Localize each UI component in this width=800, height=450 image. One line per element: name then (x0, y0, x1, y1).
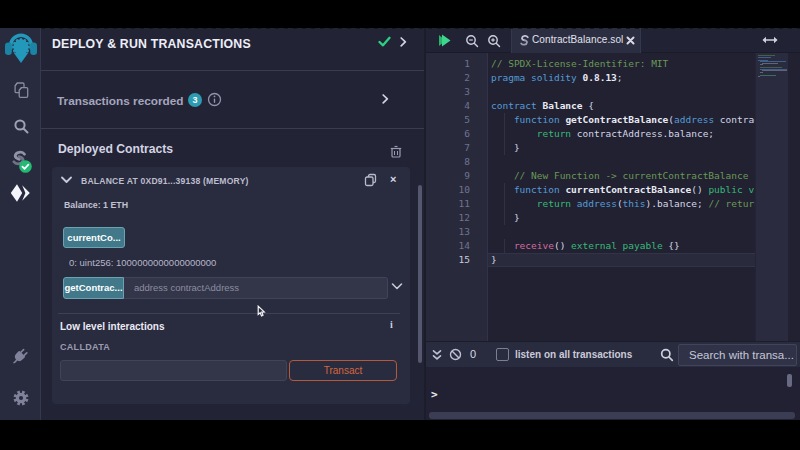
search-icon[interactable] (0, 117, 41, 135)
listen-checkbox[interactable] (496, 348, 509, 361)
line-number: 15 (424, 253, 470, 267)
transactions-count-badge: 3 (188, 93, 202, 107)
code-line[interactable]: return address(this).balance; // returns… (491, 197, 781, 211)
line-number: 6 (424, 127, 470, 141)
zoom-in-icon[interactable] (487, 34, 501, 48)
panel-editor-divider (424, 28, 426, 420)
listen-count: 0 (470, 348, 476, 360)
minimap[interactable] (755, 53, 788, 341)
minimap-marks (758, 55, 788, 81)
contract-title[interactable]: BALANCE AT 0XD91...39138 (MEMORY) (81, 176, 249, 186)
code-line[interactable]: contract Balance { (491, 99, 781, 113)
deployed-contract-card: BALANCE AT 0XD91...39138 (MEMORY) × Bala… (52, 167, 410, 404)
editor-tab[interactable]: ContractBalance.sol (511, 28, 641, 53)
code-line[interactable]: function getContractBalance(address cont… (491, 113, 781, 127)
code-line[interactable]: } (491, 253, 781, 267)
minimap-mark (762, 70, 787, 71)
terminal-search-input[interactable]: Search with transa... (678, 344, 797, 366)
panel-scrollbar[interactable] (418, 185, 422, 363)
double-chevron-down-icon[interactable] (432, 349, 442, 361)
minimap-mark (760, 72, 763, 73)
code-line[interactable] (491, 85, 781, 99)
terminal-search-icon (660, 348, 674, 362)
line-number: 8 (424, 155, 470, 169)
icon-rail (0, 28, 41, 420)
terminal-vscrollbar[interactable] (787, 374, 792, 387)
editor-toolbar: ContractBalance.sol (424, 28, 800, 53)
line-number: 3 (424, 85, 470, 99)
low-level-title: Low level interactions (60, 321, 164, 332)
trash-icon[interactable] (390, 145, 402, 158)
code-line[interactable]: // SPDX-License-Identifier: MIT (491, 57, 781, 71)
current-contract-balance-button[interactable]: currentCo... (63, 227, 125, 248)
calldata-label: CALLDATA (60, 342, 110, 352)
line-number: 13 (424, 225, 470, 239)
terminal-hscrollbar[interactable] (429, 412, 795, 419)
panel-title: DEPLOY & RUN TRANSACTIONS (52, 37, 251, 51)
editor-area: ContractBalance.sol 12345678910111213141… (424, 28, 800, 420)
line-number: 9 (424, 169, 470, 183)
code-line[interactable]: function currentContractBalance() public… (491, 183, 781, 197)
code-line[interactable] (491, 225, 781, 239)
transactions-chevron-right-icon[interactable] (382, 94, 389, 104)
code-line[interactable]: return contractAddress.balance; (491, 127, 781, 141)
address-input[interactable]: address contractAddress (124, 277, 388, 299)
expand-horizontal-icon[interactable] (761, 35, 779, 45)
divider (58, 313, 400, 314)
info-circle-icon[interactable] (207, 92, 222, 107)
solidity-compiler-icon[interactable] (0, 150, 41, 174)
terminal-toolbar: 0 listen on all transactions Search with… (424, 341, 800, 367)
divider (41, 70, 424, 71)
low-level-info-icon[interactable]: i (390, 319, 393, 330)
screen: DEPLOY & RUN TRANSACTIONS Transactions r… (0, 0, 800, 450)
solidity-file-icon (519, 34, 530, 47)
settings-gear-icon[interactable] (0, 390, 41, 406)
terminal-prompt: > (431, 388, 438, 401)
transact-button[interactable]: Transact (289, 360, 397, 381)
minimap-mark (760, 64, 763, 65)
run-script-icon[interactable] (437, 33, 454, 48)
code-line[interactable]: pragma solidity 0.8.13; (491, 71, 781, 85)
card-chevron-down-icon[interactable] (61, 176, 72, 184)
code-line[interactable] (491, 155, 781, 169)
divider (41, 128, 424, 129)
minimap-mark (758, 57, 771, 58)
line-number: 14 (424, 239, 470, 253)
minimap-mark (758, 76, 760, 77)
mouse-cursor (257, 305, 267, 318)
line-number: 7 (424, 141, 470, 155)
minimap-mark (760, 75, 776, 76)
line-number: 10 (424, 183, 470, 197)
deployed-contracts-label: Deployed Contracts (58, 142, 173, 156)
file-explorer-icon[interactable] (0, 82, 41, 99)
code-line[interactable]: receive() external payable {} (491, 239, 781, 253)
deploy-run-icon[interactable] (0, 183, 41, 203)
remix-logo-icon[interactable] (0, 31, 41, 65)
deploy-run-panel: DEPLOY & RUN TRANSACTIONS Transactions r… (41, 28, 424, 420)
listen-label[interactable]: listen on all transactions (515, 349, 632, 360)
copy-icon[interactable] (364, 173, 377, 187)
code-line[interactable]: // New Function -> currentContractBalanc… (491, 169, 781, 183)
line-number: 2 (424, 71, 470, 85)
code-line[interactable]: } (491, 211, 781, 225)
panel-check-icon (378, 36, 391, 47)
tab-close-icon[interactable] (626, 36, 635, 45)
code-content[interactable]: // SPDX-License-Identifier: MITpragma so… (491, 57, 781, 267)
input-chevron-down-icon[interactable] (391, 282, 403, 291)
line-number: 5 (424, 113, 470, 127)
line-numbers: 123456789101112131415 (424, 57, 470, 267)
get-contract-balance-button[interactable]: getContrac... (63, 277, 124, 299)
plugin-manager-icon[interactable] (0, 347, 41, 364)
line-number-gutter: 123456789101112131415 (424, 53, 488, 341)
panel-chevron-right-icon[interactable] (400, 37, 407, 47)
zoom-out-icon[interactable] (465, 34, 479, 48)
ban-icon[interactable] (449, 348, 462, 361)
tab-label: ContractBalance.sol (532, 34, 623, 45)
close-icon[interactable]: × (390, 174, 396, 185)
call-output: 0: uint256: 1000000000000000000 (69, 257, 216, 268)
line-number: 11 (424, 197, 470, 211)
code-line[interactable]: } (491, 141, 781, 155)
minimap-mark (762, 63, 778, 64)
calldata-input[interactable] (60, 360, 287, 381)
balance-label: Balance: 1 ETH (64, 200, 128, 210)
